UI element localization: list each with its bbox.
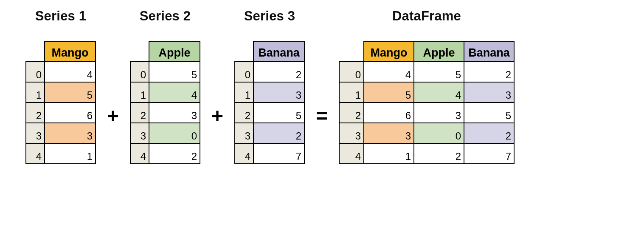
dataframe-apple-2: 3	[414, 103, 464, 123]
plus-operator-1: +	[96, 106, 130, 126]
dataframe-block: DataFrame Mango Apple Banana 0 4 5 2 1 5	[339, 9, 515, 164]
dataframe-title: DataFrame	[392, 9, 461, 24]
series-3-value-1: 3	[253, 82, 304, 103]
series-1-value-4: 1	[45, 143, 96, 164]
dataframe-mango-2: 6	[364, 103, 414, 123]
dataframe-header-banana: Banana	[464, 41, 514, 62]
series-2-index-3: 3	[130, 123, 149, 143]
series-3-value-0: 2	[253, 62, 304, 82]
series-1-value-3: 3	[45, 123, 96, 143]
dataframe-index-4: 4	[339, 143, 364, 164]
series-3-index-3: 3	[235, 123, 253, 143]
series-2-value-1: 4	[149, 82, 200, 103]
equals-operator: =	[305, 106, 339, 126]
dataframe-index-1: 1	[339, 82, 364, 103]
dataframe-mango-3: 3	[364, 123, 414, 143]
series-2-header: Apple	[149, 41, 200, 62]
series-1-table: Mango 04 15 26 33 41	[25, 41, 96, 164]
series-1-index-4: 4	[26, 143, 45, 164]
series-1-block: Series 1 Mango 04 15 26 33 41	[25, 9, 96, 164]
dataframe-apple-1: 4	[414, 82, 464, 103]
series-2-value-0: 5	[149, 62, 200, 82]
dataframe-header-apple: Apple	[414, 41, 464, 62]
dataframe-mango-0: 4	[364, 62, 414, 82]
series-1-index-3: 3	[26, 123, 45, 143]
dataframe-mango-4: 1	[364, 143, 414, 164]
dataframe-banana-0: 2	[464, 62, 514, 82]
series-2-table: Apple 05 14 23 30 42	[130, 41, 200, 164]
series-2-block: Series 2 Apple 05 14 23 30 42	[130, 9, 200, 164]
dataframe-header-mango: Mango	[364, 41, 414, 62]
series-1-corner	[26, 41, 45, 62]
diagram-stage: Series 1 Mango 04 15 26 33 41 + Series 2…	[0, 0, 644, 225]
dataframe-corner	[339, 41, 364, 62]
dataframe-apple-4: 2	[414, 143, 464, 164]
series-1-value-1: 5	[45, 82, 96, 103]
series-2-value-2: 3	[149, 103, 200, 123]
series-2-index-4: 4	[130, 143, 149, 164]
series-3-block: Series 3 Banana 02 13 25 32 47	[234, 9, 305, 164]
series-2-title: Series 2	[140, 9, 191, 24]
series-1-value-2: 6	[45, 103, 96, 123]
dataframe-apple-0: 5	[414, 62, 464, 82]
dataframe-banana-3: 2	[464, 123, 514, 143]
dataframe-index-2: 2	[339, 103, 364, 123]
plus-operator-2: +	[200, 106, 234, 126]
series-1-index-0: 0	[26, 62, 45, 82]
series-1-index-2: 2	[26, 103, 45, 123]
dataframe-index-0: 0	[339, 62, 364, 82]
series-3-header: Banana	[253, 41, 304, 62]
series-3-value-2: 5	[253, 103, 304, 123]
dataframe-mango-1: 5	[364, 82, 414, 103]
series-3-value-4: 7	[253, 143, 304, 164]
series-2-index-0: 0	[130, 62, 149, 82]
series-3-corner	[235, 41, 253, 62]
series-1-header: Mango	[45, 41, 96, 62]
series-2-index-2: 2	[130, 103, 149, 123]
series-2-value-3: 0	[149, 123, 200, 143]
dataframe-index-3: 3	[339, 123, 364, 143]
series-2-corner	[130, 41, 149, 62]
series-3-index-4: 4	[235, 143, 253, 164]
series-3-value-3: 2	[253, 123, 304, 143]
dataframe-banana-4: 7	[464, 143, 514, 164]
series-2-index-1: 1	[130, 82, 149, 103]
series-1-value-0: 4	[45, 62, 96, 82]
dataframe-banana-1: 3	[464, 82, 514, 103]
dataframe-apple-3: 0	[414, 123, 464, 143]
series-2-value-4: 2	[149, 143, 200, 164]
series-3-title: Series 3	[244, 9, 295, 24]
series-3-index-1: 1	[235, 82, 253, 103]
series-1-title: Series 1	[35, 9, 87, 24]
series-3-index-0: 0	[235, 62, 253, 82]
diagram-row: Series 1 Mango 04 15 26 33 41 + Series 2…	[0, 9, 644, 164]
dataframe-table: Mango Apple Banana 0 4 5 2 1 5 4 3 2	[339, 41, 515, 164]
series-3-table: Banana 02 13 25 32 47	[234, 41, 305, 164]
series-3-index-2: 2	[235, 103, 253, 123]
dataframe-banana-2: 5	[464, 103, 514, 123]
series-1-index-1: 1	[26, 82, 45, 103]
